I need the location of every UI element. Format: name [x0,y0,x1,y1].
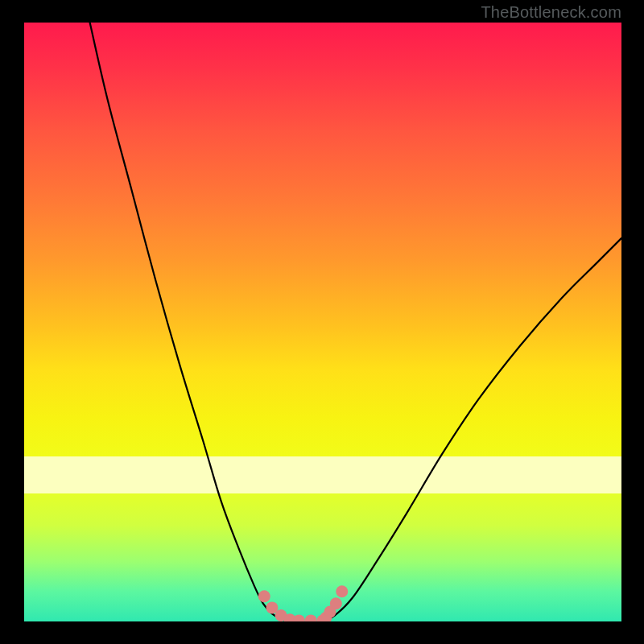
outer-frame: TheBottleneck.com [0,0,644,644]
highlight-dot [293,614,305,621]
curve-overlay [24,23,621,621]
gradient-plot-area [24,23,621,621]
curve-left-curve [90,23,287,621]
highlight-dot [336,585,348,597]
curve-right-curve [323,238,621,621]
highlight-dot [330,597,342,609]
watermark-text: TheBottleneck.com [481,3,621,22]
highlight-dot [258,590,270,602]
highlight-dot [305,614,317,621]
